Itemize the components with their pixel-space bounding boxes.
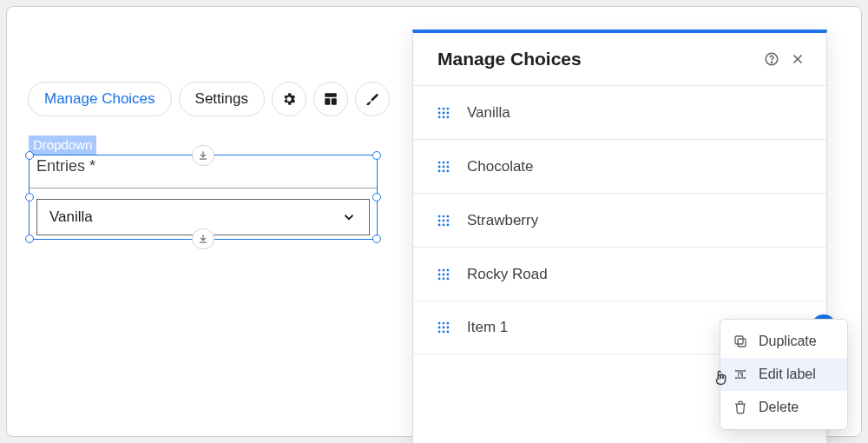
gear-button[interactable] xyxy=(272,82,306,116)
resize-handle[interactable] xyxy=(25,235,34,243)
svg-point-9 xyxy=(447,107,450,109)
svg-point-38 xyxy=(443,273,445,275)
svg-point-11 xyxy=(443,111,445,114)
choice-row[interactable]: Strawberry xyxy=(413,193,826,247)
svg-point-35 xyxy=(443,268,445,271)
svg-point-13 xyxy=(438,116,441,118)
svg-point-16 xyxy=(438,161,441,163)
download-icon xyxy=(197,233,209,245)
component-type-tag: Dropdown xyxy=(29,136,96,155)
svg-point-29 xyxy=(443,219,445,222)
insert-below-button[interactable] xyxy=(192,228,214,249)
editor-stage: Manage Choices Settings Dropdown Entries… xyxy=(6,6,862,437)
resize-handle[interactable] xyxy=(372,235,381,243)
choice-label: Item 1 xyxy=(467,319,508,336)
resize-handle[interactable] xyxy=(25,193,34,202)
layout-icon xyxy=(323,91,339,107)
svg-point-42 xyxy=(447,277,450,280)
svg-point-46 xyxy=(438,327,441,329)
svg-point-50 xyxy=(443,331,445,334)
svg-point-51 xyxy=(447,331,450,334)
brush-icon xyxy=(365,91,380,107)
svg-point-8 xyxy=(443,107,445,109)
choice-row[interactable]: Chocolate xyxy=(413,139,826,193)
download-icon xyxy=(197,149,209,162)
svg-point-27 xyxy=(447,215,450,217)
settings-button[interactable]: Settings xyxy=(179,82,265,116)
choice-label: Rocky Road xyxy=(467,266,548,283)
svg-point-25 xyxy=(438,215,441,217)
resize-handle[interactable] xyxy=(372,151,381,160)
gear-icon xyxy=(281,91,297,107)
svg-point-20 xyxy=(443,165,445,168)
context-item-label: Edit label xyxy=(759,367,816,382)
resize-handle[interactable] xyxy=(372,193,381,202)
resize-handle[interactable] xyxy=(25,151,34,160)
svg-rect-0 xyxy=(325,93,337,97)
svg-point-28 xyxy=(438,219,441,222)
svg-point-23 xyxy=(443,169,445,172)
help-icon[interactable] xyxy=(764,51,779,67)
trash-icon xyxy=(733,400,748,415)
svg-point-32 xyxy=(443,223,445,226)
choice-row[interactable]: Vanilla xyxy=(413,85,826,139)
context-duplicate[interactable]: Duplicate xyxy=(720,325,847,358)
svg-point-40 xyxy=(438,277,441,280)
svg-point-21 xyxy=(447,165,450,168)
formatting-toolbar: Manage Choices Settings xyxy=(28,82,390,116)
choice-label: Chocolate xyxy=(467,158,534,175)
svg-point-34 xyxy=(438,268,441,271)
context-edit-label[interactable]: Edit label xyxy=(720,358,847,391)
panel-title: Manage Choices xyxy=(437,49,753,69)
svg-rect-52 xyxy=(738,339,746,347)
svg-point-17 xyxy=(443,161,445,163)
choice-label: Strawberry xyxy=(467,212,538,229)
dropdown-selected-value: Vanilla xyxy=(49,208,93,226)
svg-point-47 xyxy=(443,327,445,329)
chevron-down-icon xyxy=(341,209,357,225)
choice-label: Vanilla xyxy=(467,104,510,122)
choice-row[interactable]: Rocky Road xyxy=(413,247,826,301)
close-icon[interactable] xyxy=(790,51,806,67)
drag-grip-icon[interactable] xyxy=(437,215,450,227)
duplicate-icon xyxy=(733,334,748,349)
svg-point-15 xyxy=(447,116,450,118)
svg-point-44 xyxy=(443,322,445,325)
svg-point-18 xyxy=(447,161,450,163)
selected-component[interactable]: Dropdown Entries * Vanilla xyxy=(29,136,378,240)
svg-point-24 xyxy=(447,169,450,172)
svg-rect-1 xyxy=(325,98,330,105)
svg-rect-2 xyxy=(332,98,337,105)
context-item-label: Delete xyxy=(759,400,799,415)
drag-grip-icon[interactable] xyxy=(437,107,450,119)
panel-header: Manage Choices xyxy=(413,33,826,85)
drag-grip-icon[interactable] xyxy=(437,161,450,173)
svg-point-41 xyxy=(443,277,445,280)
svg-point-39 xyxy=(447,273,450,275)
svg-point-26 xyxy=(443,215,445,217)
svg-point-4 xyxy=(771,62,772,63)
svg-point-19 xyxy=(438,165,441,168)
svg-point-30 xyxy=(447,219,450,222)
svg-point-36 xyxy=(447,268,450,271)
context-item-label: Duplicate xyxy=(759,334,817,349)
svg-point-33 xyxy=(447,223,450,226)
drag-grip-icon[interactable] xyxy=(437,268,450,281)
svg-rect-53 xyxy=(735,336,743,344)
drag-grip-icon[interactable] xyxy=(437,321,450,334)
svg-point-14 xyxy=(443,116,445,118)
svg-point-45 xyxy=(447,322,450,325)
svg-point-12 xyxy=(447,111,450,114)
svg-point-22 xyxy=(438,169,441,172)
selection-outline: Entries * Vanilla xyxy=(29,155,378,240)
context-delete[interactable]: Delete xyxy=(720,391,847,424)
svg-point-43 xyxy=(438,322,441,325)
edit-label-icon xyxy=(733,367,748,382)
svg-point-7 xyxy=(438,107,441,109)
svg-point-37 xyxy=(438,273,441,275)
layout-button[interactable] xyxy=(313,82,348,116)
manage-choices-button[interactable]: Manage Choices xyxy=(28,82,172,116)
insert-above-button[interactable] xyxy=(192,145,214,166)
brush-button[interactable] xyxy=(355,82,390,116)
svg-point-10 xyxy=(438,111,441,114)
